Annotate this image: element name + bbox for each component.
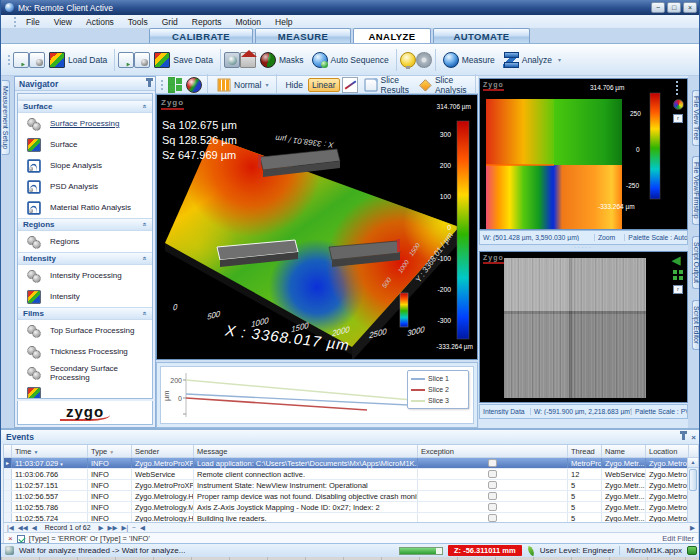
toolbar-overflow-icon[interactable]: ▾	[558, 56, 561, 63]
table-row[interactable]: 11:02:57.151 INFO Zygo.MetroProXP... Ins…	[4, 480, 698, 491]
col-exception[interactable]: Exception	[418, 445, 568, 457]
collapse-icon[interactable]: «	[142, 257, 149, 261]
tab-measurement-setup[interactable]: Measurement Setup	[2, 80, 10, 155]
col-type[interactable]: Type ▼	[88, 445, 132, 457]
clear-filter-icon[interactable]: ×	[8, 534, 13, 543]
collapse-icon[interactable]: «	[142, 223, 149, 227]
expand-icon[interactable]: r	[673, 114, 683, 123]
menu-file[interactable]: File	[19, 17, 47, 27]
menu-grid[interactable]: Grid	[155, 17, 185, 27]
tab-analyze[interactable]: ANALYZE	[353, 28, 431, 43]
sidebar-item-material-ratio-analysis[interactable]: Material Ratio Analysis	[18, 197, 152, 218]
palette-icon[interactable]	[673, 99, 684, 110]
save-as-icon[interactable]	[118, 52, 134, 68]
layout-grid-icon[interactable]	[673, 270, 684, 281]
col-sender[interactable]: Sender	[132, 445, 194, 457]
tab-measure[interactable]: MEASURE	[255, 28, 351, 43]
sidebar-item-intensity-processing[interactable]: Intensity Processing	[18, 265, 152, 286]
filter-icon[interactable]: ▼	[109, 449, 114, 455]
nav-fast-next-button[interactable]: ▶▶	[108, 524, 118, 532]
filter-checkbox[interactable]	[17, 535, 25, 543]
section-regions[interactable]: Regions«	[18, 218, 152, 231]
pin-icon[interactable]	[682, 434, 685, 440]
sidebar-item-intensity[interactable]: Intensity	[18, 286, 152, 307]
nav-prev-button[interactable]: ◀	[32, 524, 37, 532]
scroll-up-icon[interactable]: ▲	[688, 458, 698, 468]
nav-next-button[interactable]: ▶	[99, 524, 104, 532]
exception-icon[interactable]	[488, 514, 497, 522]
tab-script-editor[interactable]: Script Editor	[692, 300, 700, 350]
section-surface[interactable]: Surface«	[18, 100, 152, 113]
nav-last-button[interactable]: ▶|	[122, 524, 129, 532]
sidebar-item-surface-processing[interactable]: Surface Processing	[18, 113, 152, 134]
sidebar-item-surface[interactable]: Surface	[18, 134, 152, 155]
nav-back-button[interactable]: ◀	[140, 524, 145, 532]
menu-reports[interactable]: Reports	[185, 17, 229, 27]
menu-motion[interactable]: Motion	[229, 17, 269, 27]
exception-icon[interactable]	[488, 470, 497, 478]
menu-actions[interactable]: Actions	[79, 17, 121, 27]
close-button[interactable]: ×	[683, 2, 697, 13]
palette-scale[interactable]: Palette Scale : Auto	[625, 234, 687, 241]
section-intensity[interactable]: Intensity«	[18, 252, 152, 265]
exception-icon[interactable]	[488, 492, 497, 500]
analyze-button[interactable]: Analyze	[499, 50, 556, 70]
exception-icon[interactable]	[488, 481, 497, 489]
sidebar-item-thickness-processing[interactable]: Thickness Processing	[18, 341, 152, 362]
section-films[interactable]: Films«	[18, 307, 152, 320]
palette-scale[interactable]: Palette Scale : PV	[632, 408, 687, 415]
save-data-button[interactable]: Save Data	[150, 50, 217, 70]
slice-results-button[interactable]: Slice Results	[360, 74, 412, 96]
sidebar-item-regions[interactable]: Regions	[18, 231, 152, 252]
slice-analysis-button[interactable]: Slice Analysis	[414, 74, 470, 96]
plot-mode-dropdown[interactable]: Normal▾	[213, 76, 271, 94]
open-recent-icon[interactable]	[29, 52, 45, 68]
sidebar-item-slope-analysis[interactable]: Slope Analysis	[18, 155, 152, 176]
table-row[interactable]: ▸ 11:03:07.029 ▾ INFO Zygo.MetroProXP...…	[4, 458, 698, 469]
sidebar-item-psd-analysis[interactable]: PSD Analysis	[18, 176, 152, 197]
menu-help[interactable]: Help	[268, 17, 299, 27]
vertical-scrollbar[interactable]: ▲	[687, 458, 698, 522]
edit-filter-link[interactable]: Edit Filter	[662, 534, 694, 543]
linear-button[interactable]: Linear	[308, 78, 340, 92]
pin-icon[interactable]	[148, 81, 151, 87]
col-thread[interactable]: Thread	[568, 445, 602, 457]
masks-button[interactable]: Masks	[256, 50, 308, 70]
auto-sequence-button[interactable]: Auto Sequence	[308, 50, 393, 70]
chevron-down-icon[interactable]: ▾	[60, 461, 63, 467]
tab-file-view-filmstrip[interactable]: File View/Filmstrip	[692, 156, 700, 225]
lightbulb-icon[interactable]	[400, 52, 416, 68]
exception-icon[interactable]	[488, 503, 497, 511]
col-message[interactable]: Message	[194, 445, 418, 457]
gear-icon[interactable]	[416, 52, 432, 68]
exception-icon[interactable]	[488, 459, 497, 467]
close-icon[interactable]: ×	[691, 433, 696, 442]
open-data-icon[interactable]	[13, 52, 29, 68]
restore-button[interactable]: □	[667, 2, 681, 13]
sidebar-item-top-surface-processing[interactable]: Top Surface Processing	[18, 320, 152, 341]
menu-tools[interactable]: Tools	[121, 17, 155, 27]
col-location[interactable]: Location	[646, 445, 689, 457]
slice-chart[interactable]: 200 0 µm Slice 1 Slice 2 Slice 3	[160, 366, 474, 424]
zoom-mode[interactable]: Zoom	[595, 234, 625, 241]
nav-minus-button[interactable]: −	[132, 524, 136, 531]
minimize-button[interactable]: −	[651, 2, 665, 13]
tab-script-output[interactable]: Script Output	[692, 236, 700, 289]
load-data-button[interactable]: Load Data	[45, 50, 111, 70]
check-icon[interactable]: ◀	[672, 254, 684, 266]
tab-automate[interactable]: AUTOMATE	[433, 28, 530, 43]
col-name[interactable]: Name	[602, 445, 646, 457]
table-row[interactable]: 11:02:55.786 INFO Zygo.Metrology.M... Ax…	[4, 502, 698, 513]
menu-view[interactable]: View	[47, 17, 79, 27]
table-row[interactable]: 11:02:56.557 INFO Zygo.Metrology.H... Pr…	[4, 491, 698, 502]
nav-end-button[interactable]: ▶	[690, 524, 695, 532]
nav-fast-prev-button[interactable]: ◀◀	[18, 524, 28, 532]
line-chart-icon[interactable]	[342, 77, 358, 93]
layout-grid-icon[interactable]	[168, 77, 184, 93]
expand-icon[interactable]: r	[673, 285, 683, 294]
surface-view-icon[interactable]	[186, 77, 202, 93]
table-row[interactable]: 11:02:55.724 INFO Zygo.Metrology.H... Bu…	[4, 513, 698, 523]
hide-button[interactable]: Hide	[282, 79, 305, 91]
measure-button[interactable]: Measure	[439, 50, 499, 70]
sidebar-item-secondary-surface-processing[interactable]: Secondary Surface Processing	[18, 362, 152, 383]
